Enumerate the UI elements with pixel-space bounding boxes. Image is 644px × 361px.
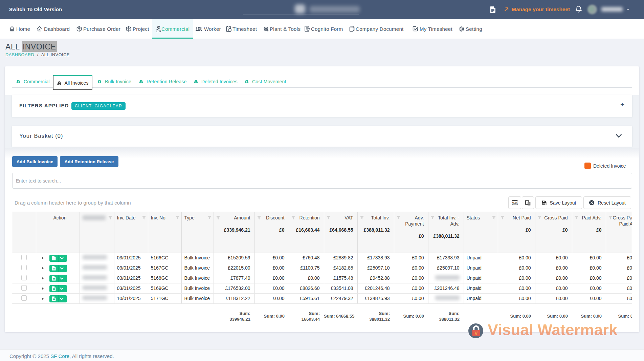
svg-text:XLSX: XLSX bbox=[512, 201, 518, 204]
svg-text:$: $ bbox=[158, 26, 159, 29]
svg-text:V: V bbox=[474, 331, 478, 336]
